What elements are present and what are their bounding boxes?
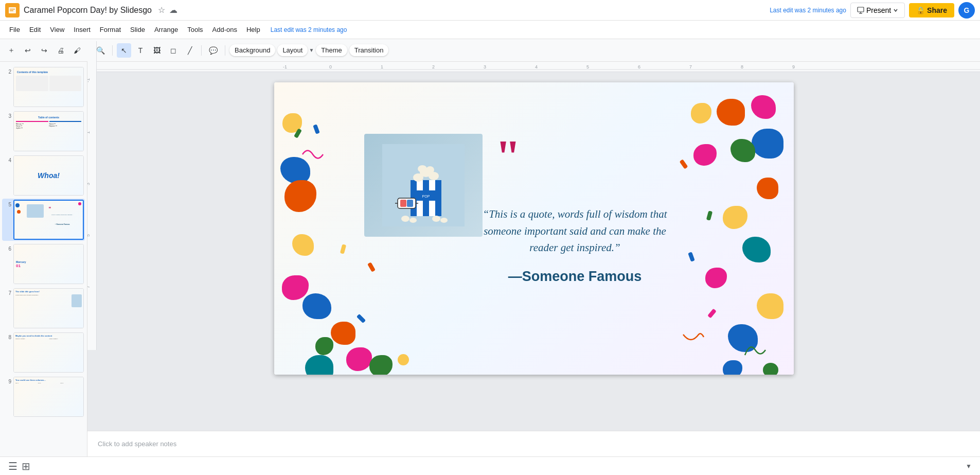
slide-thumb-7[interactable]: 7 The slide title goes here! Lorem ipsum…: [2, 287, 85, 329]
present-label: Present: [866, 6, 891, 14]
layout-button[interactable]: Layout: [277, 44, 308, 56]
main-area: 2 Contents of this template 3 Table of c…: [0, 62, 980, 456]
text-box-button[interactable]: T: [133, 43, 148, 58]
blob-blue-bottom: [723, 360, 742, 375]
speaker-notes-area[interactable]: Click to add speaker notes: [87, 431, 980, 456]
slide-thumb-6[interactable]: 6 Mercury 01: [2, 243, 85, 285]
image-button[interactable]: 🖼: [150, 43, 164, 58]
last-edit-menu: Last edit was 2 minutes ago: [271, 26, 347, 33]
blob-orange-1: [284, 180, 316, 212]
print-button[interactable]: 🖨: [54, 43, 68, 58]
folder-icon[interactable]: ☁: [169, 5, 177, 15]
menu-view[interactable]: View: [46, 24, 68, 36]
toolbar-separator-2: [112, 45, 113, 56]
current-slide[interactable]: POP: [274, 82, 794, 375]
theme-button[interactable]: Theme: [316, 44, 347, 56]
slide-thumb-4[interactable]: 4 Whoa!: [2, 154, 85, 197]
blob-pink-tr2: [693, 144, 717, 166]
grid-view-button[interactable]: ⊞: [22, 460, 30, 472]
paint-format-button[interactable]: 🖌: [70, 43, 84, 58]
menu-bar: File Edit View Insert Format Slide Arran…: [0, 21, 980, 39]
menu-tools[interactable]: Tools: [183, 24, 207, 36]
undo-button[interactable]: ↩: [21, 43, 35, 58]
svg-text:5: 5: [87, 234, 91, 237]
confetti-4: [367, 262, 376, 272]
shapes-button[interactable]: ◻: [166, 43, 181, 58]
redo-button[interactable]: ↪: [37, 43, 51, 58]
slide-preview-6: Mercury 01: [13, 244, 84, 284]
confetti-5: [340, 244, 346, 254]
svg-point-43: [432, 216, 440, 222]
menu-arrange[interactable]: Arrange: [150, 24, 182, 36]
slide-preview-4: Whoa!: [13, 155, 84, 196]
menu-slide[interactable]: Slide: [126, 24, 149, 36]
star-icon[interactable]: ☆: [158, 5, 165, 15]
svg-text:7: 7: [689, 64, 692, 69]
scribble-1: [300, 144, 326, 165]
slide-preview-9: You could use three columns... Col 1 Col…: [13, 377, 84, 417]
title-icons: ☆ ☁: [158, 5, 177, 15]
menu-insert[interactable]: Insert: [69, 24, 95, 36]
bottom-right: ▼: [966, 463, 972, 470]
slide-preview-5: " This is a quote, words full of wisdom.…: [13, 200, 84, 240]
menu-file[interactable]: File: [5, 24, 24, 36]
svg-text:4: 4: [535, 64, 538, 69]
slide-thumb-2[interactable]: 2 Contents of this template: [2, 66, 85, 108]
slide-preview-7: The slide title goes here! Lorem ipsum d…: [13, 288, 84, 328]
present-button[interactable]: Present: [850, 3, 905, 18]
slide-thumb-8[interactable]: 8 Maybe you need to divide the content M…: [2, 331, 85, 374]
slide-number-4: 4: [3, 155, 11, 163]
svg-text:1: 1: [381, 64, 383, 69]
slide-preview-2: Contents of this template: [13, 67, 84, 107]
add-slide-button[interactable]: ＋: [4, 43, 19, 58]
svg-point-35: [426, 166, 434, 173]
blob-pink-tr: [751, 95, 776, 119]
transition-button[interactable]: Transition: [349, 44, 389, 56]
slide-number-3: 3: [3, 111, 11, 119]
svg-text:9: 9: [792, 64, 795, 69]
slide-preview-3: Table of contents Mercury ••• Venus ••• …: [13, 111, 84, 151]
blob-yellow-br: [757, 293, 783, 319]
svg-text:7: 7: [87, 286, 91, 288]
slide-number-8: 8: [3, 332, 11, 340]
blob-teal-tr: [742, 237, 771, 262]
v-ruler-marks: -1 1 3 5 7: [87, 72, 97, 350]
last-edit-text: Last edit was 2 minutes ago: [770, 7, 846, 14]
slide-number-9: 9: [3, 377, 11, 384]
blob-pink-1: [282, 275, 309, 300]
background-button[interactable]: Background: [229, 44, 275, 56]
speaker-notes-placeholder[interactable]: Click to add speaker notes: [98, 440, 176, 448]
line-button[interactable]: ╱: [183, 43, 197, 58]
svg-rect-2: [10, 9, 15, 10]
menu-edit[interactable]: Edit: [25, 24, 45, 36]
svg-text:2: 2: [432, 64, 435, 69]
toolbar-separator-4: [225, 45, 225, 56]
slide-preview-8: Maybe you need to divide the content Mer…: [13, 332, 84, 373]
blob-green-tr: [730, 139, 755, 162]
svg-rect-4: [858, 7, 864, 12]
comment-button[interactable]: 💬: [206, 43, 221, 58]
confetti-r3: [706, 210, 712, 220]
layout-button-group[interactable]: Layout ▼: [277, 44, 314, 56]
quote-author: —Someone Famous: [470, 269, 681, 285]
present-button-group[interactable]: Present: [850, 3, 905, 18]
blob-green-1: [315, 337, 333, 355]
blob-orange-2: [331, 322, 355, 345]
blob-green-br2: [763, 363, 778, 375]
menu-format[interactable]: Format: [96, 24, 125, 36]
select-tool[interactable]: ↖: [117, 43, 131, 58]
slide-thumb-3[interactable]: 3 Table of contents Mercury ••• Venus ••…: [2, 110, 85, 152]
menu-help[interactable]: Help: [242, 24, 264, 36]
slide-number-6: 6: [3, 244, 11, 252]
slide-number-5: 5: [3, 200, 11, 207]
slide-thumb-9[interactable]: 9 You could use three columns... Col 1 C…: [2, 376, 85, 418]
share-button[interactable]: 🔒 Share: [909, 3, 954, 17]
user-avatar[interactable]: G: [958, 2, 975, 19]
slide-view-button[interactable]: ☰: [8, 460, 17, 472]
slide-thumb-5[interactable]: 5 " This is a quote, words full of wisdo…: [2, 199, 85, 241]
menu-addons[interactable]: Add-ons: [208, 24, 241, 36]
present-icon: [857, 7, 864, 14]
canvas-scroll[interactable]: -1 1 3 5 7: [87, 72, 980, 431]
bottom-view-controls: ☰ ⊞: [8, 460, 30, 472]
svg-point-34: [418, 165, 427, 172]
